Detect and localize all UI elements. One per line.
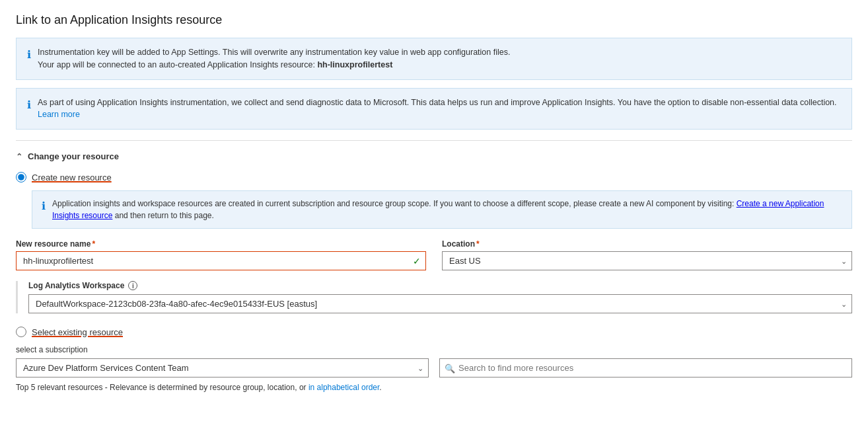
collapse-chevron-icon: ⌃ — [16, 152, 22, 161]
subscription-search-row: Azure Dev Platform Services Content Team… — [16, 358, 852, 377]
sub-info-text-2: and then return to this page. — [112, 211, 213, 220]
resource-name-label: New resource name* — [16, 239, 426, 249]
info-icon-scope: ℹ — [42, 198, 46, 214]
change-resource-section-header[interactable]: ⌃ Change your resource — [16, 151, 852, 161]
location-select-wrapper[interactable]: East US West US East US 2 West Europe So… — [442, 251, 852, 270]
page-title: Link to an Application Insights resource — [16, 13, 852, 27]
subscription-select-wrapper[interactable]: Azure Dev Platform Services Content Team… — [16, 358, 429, 377]
existing-resource-section: Select existing resource select a subscr… — [16, 327, 852, 392]
create-new-resource-option[interactable]: Create new resource — [16, 172, 852, 182]
create-new-resource-label[interactable]: Create new resource — [32, 173, 112, 182]
resource-name-input-wrapper: ✓ — [16, 251, 426, 270]
info-box-instrumentation: ℹ Instrumentation key will be added to A… — [16, 38, 852, 80]
check-icon: ✓ — [413, 256, 421, 266]
learn-more-link[interactable]: Learn more — [38, 110, 80, 119]
top5-relevance-text: Top 5 relevant resources - Relevance is … — [16, 383, 852, 392]
resource-name-input[interactable] — [16, 251, 426, 270]
subscription-select[interactable]: Azure Dev Platform Services Content Team — [16, 358, 429, 377]
workspace-label-row: Log Analytics Workspace i — [28, 281, 852, 290]
select-existing-resource-radio[interactable] — [16, 327, 26, 337]
workspace-select-wrapper[interactable]: DefaultWorkspace-2123cb08-23fa-4a80-afec… — [28, 294, 852, 313]
sub-info-box-scope: ℹ Application insights and workspace res… — [32, 190, 852, 229]
info-icon-2: ℹ — [27, 97, 31, 113]
workspace-label-text: Log Analytics Workspace — [28, 281, 124, 290]
resource-name-group: New resource name* ✓ — [16, 239, 426, 270]
workspace-section: Log Analytics Workspace i DefaultWorkspa… — [16, 281, 852, 313]
workspace-select[interactable]: DefaultWorkspace-2123cb08-23fa-4a80-afec… — [28, 294, 852, 313]
info-text-1: Instrumentation key will be added to App… — [38, 48, 510, 57]
alphabetical-link[interactable]: in alphabetical order — [308, 383, 379, 392]
workspace-info-icon[interactable]: i — [128, 281, 137, 290]
section-divider — [16, 140, 852, 141]
info-box-diagnostics: ℹ As part of using Application Insights … — [16, 88, 852, 130]
subscription-label: select a subscription — [16, 345, 852, 354]
location-group: Location* East US West US East US 2 West… — [442, 239, 852, 270]
search-resources-wrapper[interactable]: 🔍 — [439, 358, 852, 377]
info-icon-1: ℹ — [27, 47, 31, 63]
sub-info-text: Application insights and workspace resou… — [52, 199, 737, 208]
resource-name-location-row: New resource name* ✓ Location* East US W… — [16, 239, 852, 270]
location-label: Location* — [442, 239, 852, 249]
info-text-diagnostics: As part of using Application Insights in… — [38, 98, 837, 107]
search-icon: 🔍 — [445, 363, 455, 373]
select-existing-resource-option[interactable]: Select existing resource — [16, 327, 852, 337]
search-resources-input[interactable] — [439, 358, 852, 377]
create-new-resource-radio[interactable] — [16, 172, 26, 182]
section-header-label: Change your resource — [28, 151, 119, 161]
location-select[interactable]: East US West US East US 2 West Europe So… — [442, 251, 852, 270]
resource-name-highlight: hh-linuxprofilertest — [317, 60, 392, 69]
select-existing-resource-label[interactable]: Select existing resource — [32, 327, 123, 337]
info-text-2: Your app will be connected to an auto-cr… — [38, 60, 317, 69]
